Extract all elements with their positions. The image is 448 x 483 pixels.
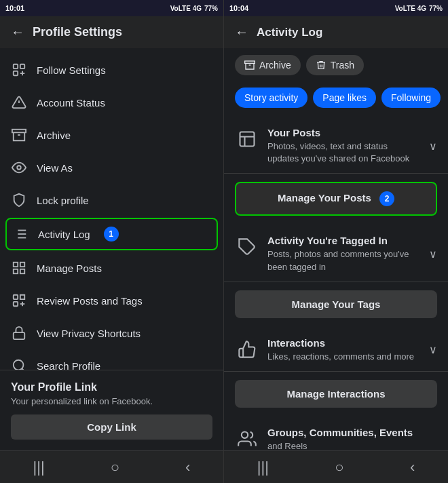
menu-list: Follow Settings Account Status Archive bbox=[0, 48, 223, 370]
view-as-label: View As bbox=[37, 162, 73, 174]
svg-point-29 bbox=[242, 431, 248, 438]
battery-right: 77% bbox=[429, 5, 443, 12]
profile-link-desc: Your personalized link on Facebook. bbox=[11, 396, 212, 406]
account-status-label: Account Status bbox=[37, 97, 105, 109]
eye-icon bbox=[11, 159, 27, 176]
right-header: ← Activity Log bbox=[224, 16, 448, 48]
left-panel-title: Profile Settings bbox=[33, 25, 122, 39]
menu-item-activity-log[interactable]: Activity Log 1 bbox=[5, 218, 218, 250]
menu-item-privacy-shortcuts[interactable]: View Privacy Shortcuts bbox=[0, 317, 223, 349]
groups-title: Groups, Communities, Events bbox=[267, 427, 437, 438]
nav-bar-right: ||| ○ ‹ bbox=[224, 450, 448, 483]
nav-home-right[interactable]: ○ bbox=[335, 459, 343, 476]
copy-link-button[interactable]: Copy Link bbox=[11, 414, 212, 440]
battery-left: 77% bbox=[204, 5, 218, 12]
groups-text: Groups, Communities, Events and Reels bbox=[267, 427, 437, 450]
svg-rect-5 bbox=[12, 130, 26, 133]
back-button-left[interactable]: ← bbox=[11, 24, 24, 40]
manage-interactions-button[interactable]: Manage Interactions bbox=[235, 380, 437, 408]
time-left: 10:01 bbox=[5, 4, 24, 12]
menu-item-follow-settings[interactable]: Follow Settings bbox=[0, 54, 223, 86]
svg-point-7 bbox=[17, 166, 21, 170]
activity-tagged-section: Activity You're Tagged In Posts, photos … bbox=[224, 227, 448, 282]
svg-rect-14 bbox=[14, 263, 18, 267]
tag-menu-icon bbox=[11, 292, 27, 309]
menu-item-account-status[interactable]: Account Status bbox=[0, 86, 223, 119]
svg-rect-2 bbox=[14, 71, 18, 75]
menu-item-search-profile[interactable]: Search Profile bbox=[0, 349, 223, 370]
manage-posts-label: Manage Posts bbox=[37, 263, 102, 274]
tab-story-activity[interactable]: Story activity bbox=[235, 88, 307, 108]
status-right-right: VoLTE 4G 77% bbox=[395, 5, 443, 12]
tab-page-likes[interactable]: Page likes bbox=[313, 88, 376, 108]
like-icon bbox=[235, 337, 259, 362]
svg-rect-1 bbox=[20, 64, 24, 69]
activity-tagged-chevron: ∨ bbox=[429, 248, 437, 260]
svg-rect-22 bbox=[14, 332, 25, 339]
menu-item-view-as[interactable]: View As bbox=[0, 151, 223, 184]
your-posts-desc: Photos, videos, text and status updates … bbox=[267, 140, 421, 165]
manage-your-posts-button[interactable]: Manage Your Posts 2 bbox=[235, 182, 437, 216]
tag-section-icon bbox=[235, 235, 259, 259]
manage-posts-container: Manage Your Posts 2 bbox=[224, 174, 448, 227]
lock-profile-label: Lock profile bbox=[37, 195, 89, 206]
search-icon bbox=[11, 358, 27, 370]
time-right: 10:04 bbox=[229, 4, 248, 12]
profile-link-title: Your Profile Link bbox=[11, 381, 212, 393]
menu-item-archive[interactable]: Archive bbox=[0, 119, 223, 151]
follow-settings-label: Follow Settings bbox=[37, 64, 106, 76]
groups-icon bbox=[235, 427, 259, 450]
alert-icon bbox=[11, 94, 27, 111]
back-button-right[interactable]: ← bbox=[235, 24, 248, 40]
svg-rect-18 bbox=[14, 295, 18, 299]
nav-back-left[interactable]: ‹ bbox=[185, 459, 190, 476]
manage-your-tags-button[interactable]: Manage Your Tags bbox=[235, 290, 437, 318]
lock-icon bbox=[11, 325, 27, 341]
review-posts-label: Review Posts and Tags bbox=[37, 295, 143, 307]
your-posts-section: Your Posts Photos, videos, text and stat… bbox=[224, 119, 448, 174]
profile-link-section: Your Profile Link Your personalized link… bbox=[0, 370, 223, 450]
network-left: VoLTE 4G bbox=[170, 5, 202, 12]
menu-item-lock-profile[interactable]: Lock profile bbox=[0, 184, 223, 216]
trash-btn-label: Trash bbox=[331, 60, 354, 71]
action-buttons-row: Archive Trash bbox=[224, 48, 448, 82]
interactions-chevron: ∨ bbox=[429, 343, 437, 356]
svg-rect-17 bbox=[20, 269, 24, 273]
follow-icon bbox=[11, 62, 27, 78]
svg-rect-25 bbox=[245, 61, 255, 63]
menu-item-review-posts[interactable]: Review Posts and Tags bbox=[0, 284, 223, 317]
svg-rect-15 bbox=[20, 263, 24, 267]
nav-bar-left: ||| ○ ‹ bbox=[0, 450, 223, 483]
privacy-shortcuts-label: View Privacy Shortcuts bbox=[37, 328, 141, 339]
activity-tagged-title: Activity You're Tagged In bbox=[267, 235, 421, 246]
svg-point-23 bbox=[14, 360, 24, 370]
left-header: ← Profile Settings bbox=[0, 16, 223, 48]
activity-log-badge: 1 bbox=[104, 227, 119, 242]
nav-home-left[interactable]: ○ bbox=[111, 459, 119, 476]
svg-rect-27 bbox=[240, 132, 255, 147]
right-panel: 10:04 VoLTE 4G 77% ← Activity Log Archiv… bbox=[224, 0, 448, 483]
search-profile-label: Search Profile bbox=[37, 360, 100, 370]
activity-log-label: Activity Log bbox=[38, 229, 90, 240]
interactions-title: Interactions bbox=[267, 337, 421, 349]
trash-action-button[interactable]: Trash bbox=[306, 55, 364, 75]
nav-back-right[interactable]: ‹ bbox=[410, 459, 415, 476]
nav-menu-right[interactable]: ||| bbox=[257, 459, 269, 476]
manage-posts-btn-label: Manage Your Posts bbox=[278, 192, 371, 204]
shield-icon bbox=[11, 192, 27, 208]
content-section: Your Posts Photos, videos, text and stat… bbox=[224, 113, 448, 450]
svg-rect-19 bbox=[14, 302, 18, 306]
nav-menu-left[interactable]: ||| bbox=[33, 459, 45, 476]
archive-menu-icon bbox=[11, 127, 27, 143]
manage-posts-badge: 2 bbox=[379, 191, 394, 206]
grid-icon bbox=[11, 260, 27, 276]
your-posts-chevron: ∨ bbox=[429, 140, 437, 153]
your-posts-title: Your Posts bbox=[267, 127, 421, 138]
status-bar-left: 10:01 VoLTE 4G 77% bbox=[0, 0, 223, 16]
archive-action-button[interactable]: Archive bbox=[235, 55, 301, 75]
tab-following[interactable]: Following bbox=[381, 88, 441, 108]
menu-item-manage-posts[interactable]: Manage Posts bbox=[0, 252, 223, 284]
svg-line-24 bbox=[22, 368, 24, 370]
posts-icon bbox=[235, 127, 259, 151]
interactions-section: Interactions Likes, reactions, comments … bbox=[224, 329, 448, 372]
